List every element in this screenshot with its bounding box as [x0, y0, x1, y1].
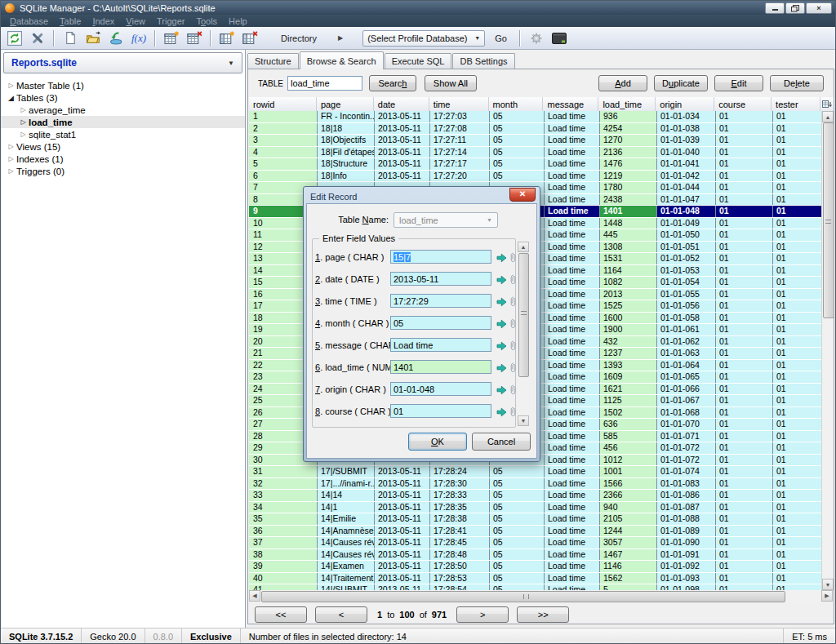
drop-table-button[interactable]: [185, 29, 204, 47]
table-row[interactable]: 318|Objectifs2013-05-1117:27:1105Load ti…: [249, 135, 821, 147]
cell-time[interactable]: 17:28:35: [429, 502, 489, 513]
cell-load_time[interactable]: 1448: [599, 218, 656, 229]
cell-date[interactable]: 2013-05-11: [374, 158, 429, 170]
cell-message[interactable]: Load time: [544, 277, 599, 288]
cell-origin[interactable]: 01-01-091: [656, 549, 715, 561]
cell-tester[interactable]: 01: [772, 289, 821, 300]
cell-course[interactable]: 01: [715, 147, 772, 158]
menu-item[interactable]: Help: [223, 16, 253, 26]
minimize-button[interactable]: [765, 2, 785, 14]
cell-month[interactable]: 05: [489, 171, 544, 182]
column-header-origin[interactable]: origin: [656, 97, 714, 111]
cell-tester[interactable]: 01: [772, 549, 821, 561]
vertical-scrollbar[interactable]: ▲ ▼: [821, 111, 834, 590]
cell-message[interactable]: Load time: [544, 371, 599, 383]
next-page-button[interactable]: >: [456, 606, 509, 623]
cell-message[interactable]: Load time: [544, 336, 599, 348]
cell-origin[interactable]: 01-01-048: [656, 206, 715, 217]
cell-page[interactable]: 14|Traitement...: [317, 573, 374, 584]
cell-load_time[interactable]: 1146: [599, 561, 656, 572]
cell-tester[interactable]: 01: [772, 526, 821, 537]
cell-tester[interactable]: 01: [772, 407, 821, 419]
cell-rowid[interactable]: 36: [249, 526, 317, 537]
table-row[interactable]: 1FR - Incontin...2013-05-1117:27:0305Loa…: [249, 111, 821, 123]
apply-arrow-icon[interactable]: [496, 341, 507, 351]
paperclip-icon[interactable]: [510, 252, 516, 263]
cell-date[interactable]: 2013-05-11: [374, 537, 429, 549]
column-header-load_time[interactable]: load_time: [598, 97, 656, 111]
table-row[interactable]: 3614|Anamnèse...2013-05-1117:28:4105Load…: [249, 526, 821, 538]
cell-load_time[interactable]: 1621: [599, 384, 656, 395]
cell-month[interactable]: 05: [489, 502, 544, 513]
scroll-up-arrow[interactable]: ▲: [822, 111, 834, 122]
cell-course[interactable]: 01: [715, 407, 772, 419]
cell-course[interactable]: 01: [715, 561, 772, 572]
cell-course[interactable]: 01: [715, 455, 772, 466]
add-record-button[interactable]: Add: [598, 75, 647, 91]
cell-load_time[interactable]: 1012: [599, 455, 656, 466]
cell-date[interactable]: 2013-05-11: [374, 549, 429, 561]
collapsed-icon[interactable]: ▷: [18, 118, 29, 126]
cell-date[interactable]: 2013-05-11: [374, 123, 429, 135]
cell-tester[interactable]: 01: [772, 573, 821, 584]
cell-origin[interactable]: 01-01-034: [656, 111, 715, 122]
cell-tester[interactable]: 01: [772, 171, 821, 182]
first-page-button[interactable]: <<: [255, 606, 307, 623]
cell-course[interactable]: 01: [715, 194, 772, 206]
cell-load_time[interactable]: 1476: [599, 158, 656, 170]
cell-time[interactable]: 17:28:54: [429, 584, 489, 590]
cell-course[interactable]: 01: [715, 395, 772, 406]
tree-item-views-15-[interactable]: ▷Views (15): [1, 140, 245, 153]
cell-load_time[interactable]: 1401: [599, 206, 656, 217]
cell-origin[interactable]: 01-01-074: [656, 466, 715, 477]
cell-tester[interactable]: 01: [772, 253, 821, 264]
cell-origin[interactable]: 01-01-050: [656, 229, 715, 241]
cell-course[interactable]: 01: [715, 135, 772, 146]
cell-rowid[interactable]: 38: [249, 549, 317, 561]
dialog-scrollbar[interactable]: ▲ ▼: [518, 242, 529, 426]
cell-course[interactable]: 01: [715, 502, 772, 513]
cell-tester[interactable]: 01: [772, 300, 821, 312]
cell-origin[interactable]: 01-01-066: [656, 384, 715, 395]
cell-message[interactable]: Load time: [544, 135, 599, 146]
cell-page[interactable]: 14|Causes rév...: [317, 537, 374, 549]
cell-load_time[interactable]: 1600: [599, 313, 656, 324]
cell-rowid[interactable]: 3: [249, 135, 317, 146]
cell-month[interactable]: 05: [489, 478, 544, 490]
field-input[interactable]: 2013-05-11: [390, 272, 491, 286]
cell-load_time[interactable]: 456: [599, 442, 656, 454]
cell-origin[interactable]: 01-01-053: [656, 265, 715, 277]
column-header-page[interactable]: page: [317, 97, 374, 111]
dialog-scroll-thumb[interactable]: [518, 253, 529, 377]
table-row[interactable]: 4014|Traitement...2013-05-1117:28:5305Lo…: [249, 573, 821, 585]
cell-message[interactable]: Load time: [544, 584, 599, 590]
horizontal-scrollbar[interactable]: ◀ ▶: [249, 590, 833, 602]
cell-message[interactable]: Load time: [544, 147, 599, 158]
cell-origin[interactable]: 01-01-083: [656, 478, 715, 490]
column-header-message[interactable]: message: [543, 97, 598, 111]
cell-course[interactable]: 01: [715, 324, 772, 335]
cell-date[interactable]: 2013-05-11: [374, 584, 429, 590]
cell-rowid[interactable]: 31: [249, 466, 317, 477]
table-row[interactable]: 3814|Causes rév...2013-05-1117:28:4805Lo…: [249, 549, 821, 562]
directory-dropdown[interactable]: Directory ▶: [276, 32, 348, 45]
cell-origin[interactable]: 01-01-052: [656, 253, 715, 264]
cell-date[interactable]: 2013-05-11: [374, 490, 429, 501]
cell-page[interactable]: 18|Structure: [317, 158, 374, 170]
cell-tester[interactable]: 01: [772, 158, 821, 170]
cell-course[interactable]: 01: [715, 229, 772, 241]
cell-rowid[interactable]: 32: [249, 478, 317, 490]
cell-tester[interactable]: 01: [772, 229, 821, 241]
cell-time[interactable]: 17:28:33: [429, 490, 489, 501]
collapsed-icon[interactable]: ▷: [6, 143, 16, 150]
cell-message[interactable]: Load time: [544, 549, 599, 561]
refresh-button[interactable]: [5, 29, 24, 47]
cell-date[interactable]: 2013-05-11: [374, 466, 429, 477]
cell-load_time[interactable]: 2438: [599, 194, 656, 206]
cell-tester[interactable]: 01: [772, 513, 821, 525]
cell-course[interactable]: 01: [715, 371, 772, 383]
cell-message[interactable]: Load time: [544, 526, 599, 537]
delete-record-button[interactable]: Delete: [770, 75, 824, 91]
collapsed-icon[interactable]: ▷: [18, 106, 29, 113]
cell-load_time[interactable]: 4254: [599, 123, 656, 135]
